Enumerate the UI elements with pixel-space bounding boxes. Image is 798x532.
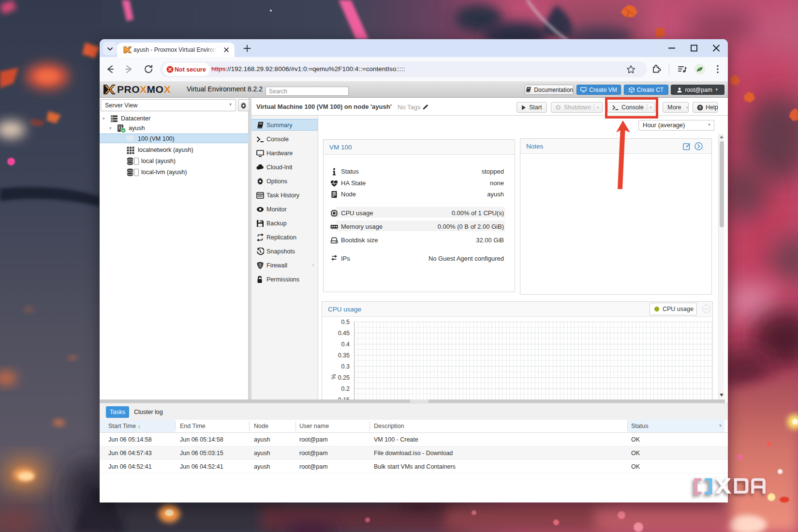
svg-text:PROXMOX: PROXMOX — [117, 84, 171, 95]
svg-text:?: ? — [699, 105, 701, 110]
